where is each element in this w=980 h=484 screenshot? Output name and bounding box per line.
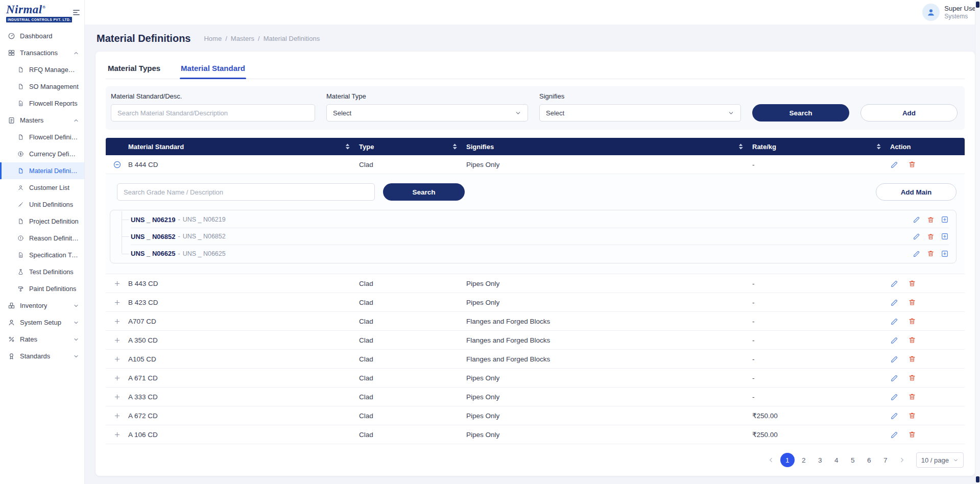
- sidebar-item-flowcell-reports[interactable]: Flowcell Reports: [0, 95, 84, 112]
- edit-icon[interactable]: [890, 430, 899, 439]
- pagination-next-icon[interactable]: [895, 453, 909, 467]
- pagination-page-7[interactable]: 7: [878, 453, 893, 467]
- delete-icon[interactable]: [908, 336, 916, 344]
- sidebar-item-reason-definitions[interactable]: Reason Definitions: [0, 230, 84, 247]
- sidebar-group-standards[interactable]: Standards: [0, 348, 84, 365]
- add-button[interactable]: Add: [861, 104, 958, 122]
- material-standard-search-input[interactable]: [111, 104, 315, 122]
- sidebar-item-customer-list[interactable]: Customer List: [0, 179, 84, 196]
- sidebar-item-test-definitions[interactable]: Test Definitions: [0, 263, 84, 280]
- edit-icon[interactable]: [890, 279, 899, 288]
- tab-material-standard[interactable]: Material Standard: [180, 59, 246, 79]
- sidebar-item-rfq-management[interactable]: RFQ Management: [0, 61, 84, 78]
- delete-icon[interactable]: [908, 355, 916, 363]
- add-sub-icon[interactable]: [941, 215, 949, 224]
- edit-icon[interactable]: [890, 336, 899, 345]
- edit-icon[interactable]: [890, 160, 899, 169]
- delete-icon[interactable]: [908, 430, 916, 439]
- tab-material-types[interactable]: Material Types: [107, 59, 161, 79]
- scrollbar-thumb-bottom[interactable]: [976, 476, 979, 482]
- expand-row-icon[interactable]: [113, 355, 121, 363]
- sidebar-item-flowcell-definitions[interactable]: Flowcell Definitions: [0, 129, 84, 146]
- grade-search-button[interactable]: Search: [383, 183, 465, 201]
- user-text: Super User Systems: [944, 5, 978, 20]
- sidebar-group-transactions[interactable]: Transactions: [0, 44, 84, 61]
- delete-icon[interactable]: [927, 216, 935, 224]
- sidebar-item-unit-definitions[interactable]: Unit Definitions: [0, 196, 84, 213]
- sidebar-group-rates[interactable]: Rates: [0, 331, 84, 348]
- column-signifies[interactable]: Signifies: [466, 138, 752, 155]
- sidebar-toggle-icon[interactable]: [72, 8, 81, 17]
- edit-icon[interactable]: [890, 374, 899, 382]
- breadcrumb-home[interactable]: Home: [204, 35, 222, 42]
- expand-row-icon[interactable]: [113, 393, 121, 401]
- sort-icon[interactable]: [345, 143, 350, 150]
- sidebar-item-so-management[interactable]: SO Management: [0, 78, 84, 95]
- sidebar-item-material-definitions[interactable]: Material Definitions: [0, 162, 84, 179]
- sidebar-item-dashboard[interactable]: Dashboard: [0, 28, 84, 44]
- pagination-page-6[interactable]: 6: [862, 453, 876, 467]
- grade-search-input[interactable]: [117, 183, 375, 201]
- expand-row-icon[interactable]: [113, 336, 121, 344]
- sidebar-item-paint-definitions[interactable]: Paint Definitions: [0, 280, 84, 297]
- delete-icon[interactable]: [908, 393, 916, 401]
- sidebar-item-project-definition[interactable]: Project Definition: [0, 213, 84, 230]
- breadcrumb-masters[interactable]: Masters: [231, 35, 254, 42]
- test-icon: [16, 268, 25, 276]
- delete-icon[interactable]: [908, 374, 916, 382]
- sidebar-item-specification-types[interactable]: Specification Types: [0, 247, 84, 263]
- sidebar-group-inventory[interactable]: Inventory: [0, 297, 84, 314]
- sort-icon[interactable]: [738, 143, 743, 150]
- delete-icon[interactable]: [908, 412, 916, 420]
- expand-row-icon[interactable]: [113, 412, 121, 420]
- expand-row-icon[interactable]: [113, 299, 121, 306]
- delete-icon[interactable]: [908, 160, 916, 168]
- add-sub-icon[interactable]: [941, 250, 949, 258]
- delete-icon[interactable]: [927, 233, 935, 240]
- brand-logo[interactable]: Nirmal® INDUSTRIAL CONTROLS PVT. LTD.: [6, 4, 72, 22]
- edit-icon[interactable]: [890, 317, 899, 326]
- edit-icon[interactable]: [890, 298, 899, 307]
- material-type-select[interactable]: Select: [326, 104, 528, 122]
- pagination-page-5[interactable]: 5: [846, 453, 860, 467]
- edit-icon[interactable]: [913, 215, 921, 224]
- add-sub-icon[interactable]: [941, 232, 949, 240]
- specification-icon: [16, 251, 25, 259]
- page-size-select[interactable]: 10 / page: [916, 452, 964, 468]
- table-row-expanded: B 444 CD Clad Pipes Only -: [106, 155, 965, 174]
- edit-icon[interactable]: [890, 355, 899, 364]
- expand-row-icon[interactable]: [113, 280, 121, 287]
- pagination-page-4[interactable]: 4: [829, 453, 844, 467]
- search-button[interactable]: Search: [752, 104, 849, 122]
- delete-icon[interactable]: [908, 279, 916, 287]
- pagination-page-2[interactable]: 2: [797, 453, 811, 467]
- edit-icon[interactable]: [890, 412, 899, 420]
- edit-icon[interactable]: [890, 393, 899, 401]
- pagination-prev-icon[interactable]: [764, 453, 778, 467]
- scrollbar-thumb-top[interactable]: [976, 2, 979, 8]
- column-material-standard[interactable]: Material Standard: [128, 138, 359, 155]
- collapse-row-icon[interactable]: [113, 160, 122, 169]
- sidebar-item-currency-definitions[interactable]: Currency Definitions: [0, 146, 84, 162]
- delete-icon[interactable]: [927, 250, 935, 257]
- edit-icon[interactable]: [913, 250, 921, 258]
- column-rate[interactable]: Rate/kg: [752, 138, 890, 155]
- sort-icon[interactable]: [876, 143, 881, 150]
- expand-row-icon[interactable]: [113, 431, 121, 439]
- pagination-page-3[interactable]: 3: [813, 453, 827, 467]
- cell-action: [890, 412, 965, 420]
- sort-icon[interactable]: [452, 143, 457, 150]
- sidebar-group-masters[interactable]: Masters: [0, 112, 84, 129]
- edit-icon[interactable]: [913, 232, 921, 240]
- delete-icon[interactable]: [908, 317, 916, 325]
- expand-row-icon[interactable]: [113, 318, 121, 325]
- user-menu[interactable]: Super User Systems: [922, 4, 978, 21]
- window-scrollbar[interactable]: [975, 0, 980, 484]
- expand-row-icon[interactable]: [113, 374, 121, 382]
- pagination-page-1[interactable]: 1: [780, 453, 795, 467]
- add-main-button[interactable]: Add Main: [876, 183, 957, 201]
- column-type[interactable]: Type: [359, 138, 466, 155]
- signifies-select[interactable]: Select: [539, 104, 741, 122]
- delete-icon[interactable]: [908, 298, 916, 306]
- sidebar-group-system-setup[interactable]: System Setup: [0, 314, 84, 331]
